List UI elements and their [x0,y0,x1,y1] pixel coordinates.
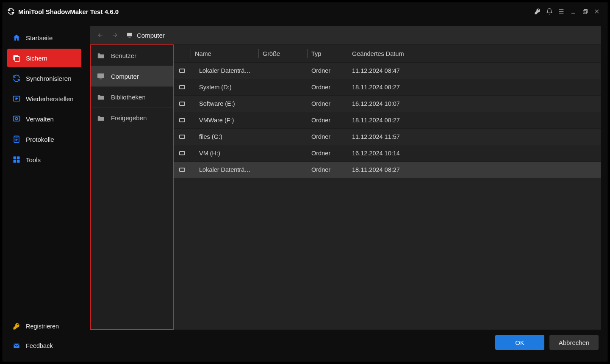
table-row[interactable]: files (G:)Ordner11.12.2024 11:57 [174,129,601,145]
sidebar-item-restore[interactable]: Wiederherstellen [7,89,81,108]
mail-icon [12,342,21,350]
svg-rect-9 [15,57,20,62]
row-checkbox[interactable] [174,118,191,122]
sidebar-item-label: Synchronisieren [26,75,72,82]
row-checkbox[interactable] [174,135,191,139]
tree-item-libraries[interactable]: Bibliotheken [91,87,173,108]
folder-icon [97,93,105,101]
tree-item-label: Bibliotheken [111,94,146,101]
row-checkbox[interactable] [174,151,191,155]
tree-item-shared[interactable]: Freigegeben [91,108,173,128]
svg-rect-4 [584,9,587,13]
table-row[interactable]: Lokaler Datenträ…Ordner11.12.2024 08:47 [174,63,601,79]
table-row[interactable]: Software (E:)Ordner16.12.2024 10:07 [174,96,601,112]
row-checkbox[interactable] [174,102,191,106]
menu-button[interactable] [555,6,567,17]
tree-item-computer[interactable]: Computer [91,66,173,87]
sidebar-bottom: Registrieren Feedback [7,318,81,357]
window-title: MiniTool ShadowMaker Test 4.6.0 [18,8,119,15]
minimize-button[interactable] [567,6,579,17]
row-type: Ordner [307,67,348,74]
svg-point-12 [16,118,18,120]
sidebar-item-home[interactable]: Startseite [7,28,81,47]
titlebar: MiniTool ShadowMaker Test 4.6.0 [3,3,607,20]
row-date: 18.11.2024 08:27 [348,117,454,124]
svg-rect-19 [14,160,17,163]
notifications-button[interactable] [543,6,555,17]
row-checkbox[interactable] [174,85,191,89]
sidebar-item-label: Verwalten [26,116,54,123]
file-browser: Benutzer Computer Bibliotheken Frei [90,44,601,330]
nav-forward-button[interactable] [109,29,121,41]
sidebar-item-logs[interactable]: Protokolle [7,130,81,149]
app-body: Startseite Sichern Synchronisieren Wiede… [3,20,607,361]
col-checkbox [174,45,191,62]
row-date: 11.12.2024 08:47 [348,67,454,74]
row-type: Ordner [307,166,348,173]
tree-item-label: Benutzer [111,52,136,59]
sidebar-item-register[interactable]: Registrieren [7,318,81,335]
nav-list: Startseite Sichern Synchronisieren Wiede… [7,28,81,169]
col-type[interactable]: Typ [307,45,348,62]
logs-icon [12,135,21,143]
row-name: Lokaler Datenträ… [191,166,258,173]
svg-rect-17 [14,157,17,160]
ok-button[interactable]: OK [495,335,544,350]
license-key-button[interactable] [532,6,543,17]
sidebar-item-manage[interactable]: Verwalten [7,110,81,128]
row-checkbox[interactable] [174,168,191,172]
col-name[interactable]: Name [191,45,258,62]
row-type: Ordner [307,133,348,140]
sidebar-item-feedback[interactable]: Feedback [7,337,81,354]
table-row[interactable]: Lokaler Datenträ…Ordner18.11.2024 08:27 [174,162,601,178]
col-size[interactable]: Größe [258,45,307,62]
svg-rect-26 [97,74,104,78]
sidebar-item-label: Tools [26,156,41,163]
table-row[interactable]: System (D:)Ordner18.11.2024 08:27 [174,79,601,96]
row-name: Software (E:) [191,100,258,107]
folder-user-icon [97,52,105,59]
tree-panel: Benutzer Computer Bibliotheken Frei [90,44,174,330]
restore-icon [12,94,21,103]
tools-icon [12,155,21,164]
maximize-button[interactable] [579,6,591,17]
sidebar: Startseite Sichern Synchronisieren Wiede… [3,20,86,361]
breadcrumb-location[interactable]: Computer [126,32,165,39]
column-headers: Name Größe Typ Geändertes Datum [174,45,601,63]
computer-icon [97,72,105,80]
col-date[interactable]: Geändertes Datum [348,45,454,62]
sidebar-item-tools[interactable]: Tools [7,150,81,169]
svg-rect-18 [17,157,20,160]
tree-item-users[interactable]: Benutzer [91,45,173,66]
sidebar-item-label: Protokolle [26,136,54,143]
sidebar-item-label: Registrieren [26,323,59,330]
svg-rect-27 [100,79,102,80]
row-type: Ordner [307,150,348,157]
row-name: files (G:) [191,133,258,140]
app-logo-icon [7,8,15,15]
footer-buttons: OK Abbrechen [90,330,601,355]
row-date: 16.12.2024 10:07 [348,100,454,107]
table-row[interactable]: VMWare (F:)Ordner18.11.2024 08:27 [174,112,601,129]
manage-icon [12,115,21,123]
breadcrumb-text: Computer [137,32,165,39]
row-date: 11.12.2024 11:57 [348,133,454,140]
table-row[interactable]: VM (H:)Ordner16.12.2024 10:14 [174,145,601,162]
svg-rect-25 [128,37,130,37]
row-type: Ordner [307,100,348,107]
sidebar-item-backup[interactable]: Sichern [7,49,81,67]
cancel-button[interactable]: Abbrechen [549,335,599,350]
folder-shared-icon [97,114,105,122]
row-name: VM (H:) [191,150,258,157]
row-checkbox[interactable] [174,69,191,73]
svg-rect-5 [583,10,586,14]
breadcrumb-bar: Computer [90,26,601,44]
app-window: MiniTool ShadowMaker Test 4.6.0 Start [3,3,607,361]
key-icon [12,322,21,331]
nav-back-button[interactable] [94,29,106,41]
row-type: Ordner [307,84,348,91]
row-name: Lokaler Datenträ… [191,67,258,74]
close-button[interactable] [591,6,603,17]
sync-icon [12,74,21,83]
sidebar-item-sync[interactable]: Synchronisieren [7,69,81,88]
